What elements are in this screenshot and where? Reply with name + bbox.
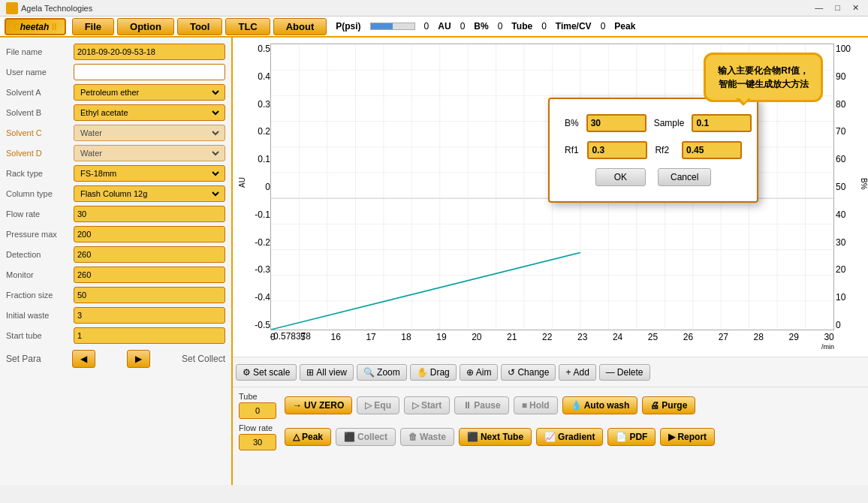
dialog-rf1-input[interactable]: [587, 141, 647, 159]
report-button[interactable]: ▶ Report: [660, 428, 715, 446]
menu-tool[interactable]: Tool: [177, 18, 222, 35]
solvent-c-row: Solvent C Water: [6, 125, 225, 141]
tube-label: Tube: [511, 21, 532, 32]
column-type-row: Column type Flash Column 12g: [6, 185, 225, 202]
minimize-button[interactable]: —: [812, 3, 826, 13]
file-name-input[interactable]: [74, 44, 225, 60]
solvent-b-select[interactable]: Ethyl acetate: [77, 107, 222, 118]
zoom-button[interactable]: 🔍 Zoom: [357, 364, 407, 381]
forward-button[interactable]: ▶: [127, 350, 150, 368]
file-name-label: File name: [6, 47, 74, 56]
next-tube-button[interactable]: ⬛ Next Tube: [459, 428, 532, 446]
hold-icon: ■: [522, 400, 527, 411]
time-value: 0: [601, 21, 606, 32]
solvent-c-select-wrap[interactable]: Water: [74, 125, 225, 141]
start-button[interactable]: ▷ Start: [404, 396, 450, 414]
tube-input[interactable]: [239, 402, 276, 419]
gradient-button[interactable]: 📈 Gradient: [536, 428, 603, 446]
column-type-label: Column type: [6, 189, 74, 198]
solvent-a-select-wrap[interactable]: Petroleum ether: [74, 84, 225, 101]
equ-button[interactable]: ▷ Equ: [357, 396, 399, 414]
au-label: AU: [438, 21, 451, 32]
pressure-max-label: Pressure max: [6, 230, 74, 239]
purge-button[interactable]: 🖨 Purge: [642, 396, 695, 414]
collect-button[interactable]: ⬛ Collect: [336, 428, 396, 446]
control-row-1: Tube → UV ZERO ▷ Equ ▷ Start ⏸ Pause: [239, 392, 862, 419]
start-icon: ▷: [412, 400, 419, 411]
fraction-size-input[interactable]: [74, 287, 225, 303]
logo-button[interactable]: Cheetah II: [5, 18, 66, 35]
hold-button[interactable]: ■ Hold: [514, 396, 558, 414]
pressure-max-row: Pressure max: [6, 226, 225, 242]
pause-button[interactable]: ⏸ Pause: [454, 396, 508, 414]
monitor-label: Monitor: [6, 270, 74, 279]
drag-button[interactable]: ✋ Drag: [410, 364, 457, 381]
back-button[interactable]: ◀: [72, 350, 95, 368]
close-button[interactable]: ✕: [849, 3, 862, 13]
menu-about[interactable]: About: [273, 18, 327, 35]
report-icon: ▶: [668, 432, 675, 442]
dialog-sample-input[interactable]: [692, 114, 752, 132]
dialog-rf2-input[interactable]: [682, 141, 742, 159]
toolbar: ⚙ Set scale ⊞ All view 🔍 Zoom ✋ Drag ⊕ A…: [233, 357, 868, 387]
user-name-label: User name: [6, 68, 74, 77]
solvent-c-select[interactable]: Water: [77, 128, 222, 138]
set-scale-button[interactable]: ⚙ Set scale: [236, 364, 297, 381]
solvent-a-row: Solvent A Petroleum ether: [6, 84, 225, 101]
dialog-rf2-label: Rf2: [655, 145, 674, 155]
maximize-button[interactable]: □: [832, 3, 843, 13]
tube-control: Tube: [239, 392, 280, 419]
dialog-overlay: 输入主要化合物Rf值， 智能一键生成放大方法 B% Sample Rf1 Rf2: [233, 38, 868, 357]
tooltip-bubble: 输入主要化合物Rf值， 智能一键生成放大方法: [704, 53, 823, 102]
detection-input[interactable]: [74, 246, 225, 263]
detection-label: Detection: [6, 250, 74, 259]
solvent-b-select-wrap[interactable]: Ethyl acetate: [74, 104, 225, 121]
peak-button[interactable]: △ Peak: [285, 428, 331, 446]
flow-rate-input-ctrl[interactable]: [239, 434, 276, 450]
dialog-b-row: B% Sample: [565, 114, 742, 132]
zoom-icon: 🔍: [363, 367, 375, 378]
dialog-cancel-button[interactable]: Cancel: [658, 168, 711, 186]
purge-icon: 🖨: [650, 400, 659, 411]
pdf-button[interactable]: 📄 PDF: [607, 428, 656, 446]
initial-waste-input[interactable]: [74, 307, 225, 324]
delete-button[interactable]: — Delete: [599, 364, 650, 381]
solvent-d-select[interactable]: Water: [77, 148, 222, 158]
equ-icon: ▷: [365, 400, 372, 411]
status-strip: P(psi) 0 AU 0 B% 0 Tube 0 Time/CV 0 Peak: [328, 21, 868, 32]
uv-zero-button[interactable]: → UV ZERO: [285, 396, 352, 414]
menu-option[interactable]: Option: [117, 18, 174, 35]
flow-rate-label: Flow rate: [239, 423, 280, 432]
pause-icon: ⏸: [463, 400, 472, 411]
auto-wash-icon: 💧: [571, 400, 582, 411]
monitor-input[interactable]: [74, 267, 225, 283]
waste-icon: 🗑: [408, 432, 417, 442]
start-tube-row: Start tube: [6, 327, 225, 344]
auto-wash-button[interactable]: 💧 Auto wash: [562, 396, 638, 414]
start-tube-input[interactable]: [74, 327, 225, 344]
rack-type-select[interactable]: FS-18mm: [77, 168, 222, 179]
flow-rate-label: Flow rate: [6, 209, 74, 218]
solvent-a-select[interactable]: Petroleum ether: [77, 87, 222, 98]
aim-button[interactable]: ⊕ Aim: [460, 364, 499, 381]
change-button[interactable]: ↺ Change: [501, 364, 556, 381]
solvent-d-select-wrap[interactable]: Water: [74, 145, 225, 161]
add-icon: +: [565, 367, 571, 378]
flow-rate-input[interactable]: [74, 206, 225, 222]
dialog-ok-button[interactable]: OK: [595, 168, 646, 186]
rack-type-select-wrap[interactable]: FS-18mm: [74, 165, 225, 182]
column-type-select[interactable]: Flash Column 12g: [77, 188, 222, 199]
tube-label: Tube: [239, 392, 280, 401]
column-type-select-wrap[interactable]: Flash Column 12g: [74, 185, 225, 202]
collect-icon: ⬛: [344, 432, 355, 442]
dialog-b-input[interactable]: [586, 114, 646, 132]
menu-file[interactable]: File: [72, 18, 114, 35]
pressure-max-input[interactable]: [74, 226, 225, 242]
delete-icon: —: [606, 367, 615, 378]
all-view-button[interactable]: ⊞ All view: [300, 364, 354, 381]
user-name-input[interactable]: [74, 64, 225, 80]
add-button[interactable]: + Add: [559, 364, 595, 381]
waste-button[interactable]: 🗑 Waste: [400, 428, 454, 446]
menu-tlc[interactable]: TLC: [225, 18, 270, 35]
titlebar: Agela Technologies — □ ✕: [0, 0, 868, 17]
